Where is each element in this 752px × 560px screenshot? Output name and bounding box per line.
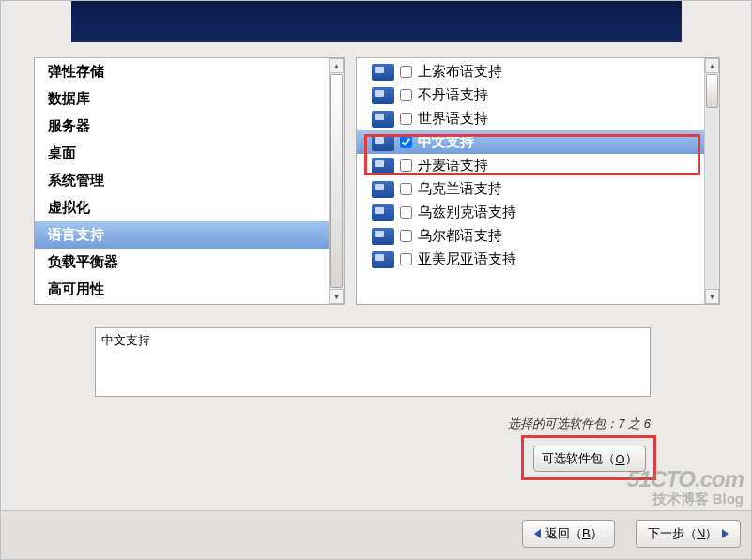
back-button[interactable]: 返回（B） bbox=[522, 520, 615, 548]
arrow-left-icon bbox=[534, 529, 541, 538]
language-label: 上索布语支持 bbox=[418, 63, 502, 81]
language-item[interactable]: 乌克兰语支持 bbox=[357, 177, 704, 201]
language-label: 乌兹别克语支持 bbox=[418, 204, 516, 221]
header-banner bbox=[71, 1, 682, 42]
flag-icon bbox=[372, 111, 394, 128]
package-count-label: 选择的可选软件包：7 之 6 bbox=[95, 416, 651, 432]
language-label: 乌克兰语支持 bbox=[418, 180, 502, 198]
flag-icon bbox=[372, 251, 394, 268]
category-item[interactable]: 系统管理 bbox=[35, 167, 329, 194]
arrow-right-icon bbox=[722, 529, 729, 538]
category-list-panel: 弹性存储数据库服务器桌面系统管理虚拟化语言支持负载平衡器高可用性 ▲ ▼ bbox=[34, 57, 345, 305]
optional-packages-button[interactable]: 可选软件包（O） bbox=[533, 446, 646, 472]
language-item[interactable]: 乌兹别克语支持 bbox=[357, 201, 704, 224]
scroll-down-icon[interactable]: ▼ bbox=[330, 289, 344, 304]
flag-icon bbox=[372, 134, 394, 151]
language-checkbox[interactable] bbox=[400, 159, 412, 172]
language-checkbox[interactable] bbox=[400, 230, 412, 242]
scroll-thumb[interactable] bbox=[706, 74, 718, 108]
flag-icon bbox=[372, 158, 394, 174]
language-checkbox[interactable] bbox=[400, 136, 412, 148]
category-item[interactable]: 弹性存储 bbox=[35, 58, 329, 85]
next-button[interactable]: 下一步（N） bbox=[636, 520, 741, 548]
scroll-up-icon[interactable]: ▲ bbox=[705, 58, 719, 73]
language-scrollbar[interactable]: ▲ ▼ bbox=[704, 58, 719, 304]
description-box: 中文支持 bbox=[95, 327, 651, 397]
bottom-bar: 返回（B） 下一步（N） bbox=[1, 510, 751, 559]
language-item[interactable]: 中文支持 bbox=[357, 130, 704, 154]
language-item[interactable]: 丹麦语支持 bbox=[357, 154, 704, 177]
language-item[interactable]: 乌尔都语支持 bbox=[357, 224, 704, 248]
language-label: 乌尔都语支持 bbox=[418, 227, 502, 245]
language-label: 世界语支持 bbox=[418, 110, 488, 128]
flag-icon bbox=[372, 181, 394, 198]
category-item[interactable]: 虚拟化 bbox=[35, 194, 329, 221]
scroll-down-icon[interactable]: ▼ bbox=[705, 289, 719, 304]
category-item[interactable]: 桌面 bbox=[35, 140, 329, 167]
category-scrollbar[interactable]: ▲ ▼ bbox=[329, 58, 344, 304]
language-label: 丹麦语支持 bbox=[418, 157, 488, 174]
category-item[interactable]: 数据库 bbox=[35, 85, 329, 113]
language-checkbox[interactable] bbox=[400, 183, 412, 195]
flag-icon bbox=[372, 204, 394, 221]
scroll-up-icon[interactable]: ▲ bbox=[330, 58, 344, 73]
watermark: 51CTO.com 技术博客 Blog bbox=[627, 466, 744, 508]
language-checkbox[interactable] bbox=[400, 253, 412, 265]
category-item[interactable]: 语言支持 bbox=[35, 221, 329, 249]
category-item[interactable]: 负载平衡器 bbox=[35, 249, 329, 276]
flag-icon bbox=[372, 64, 394, 81]
language-item[interactable]: 上索布语支持 bbox=[357, 60, 704, 83]
language-label: 不丹语支持 bbox=[418, 86, 488, 104]
language-list-panel: 上索布语支持不丹语支持世界语支持中文支持丹麦语支持乌克兰语支持乌兹别克语支持乌尔… bbox=[356, 57, 720, 305]
scroll-thumb[interactable] bbox=[330, 74, 343, 288]
language-item[interactable]: 世界语支持 bbox=[357, 107, 704, 130]
flag-icon bbox=[372, 87, 394, 104]
description-text: 中文支持 bbox=[101, 333, 150, 347]
language-checkbox[interactable] bbox=[400, 66, 412, 78]
category-item[interactable]: 高可用性 bbox=[35, 276, 329, 303]
language-checkbox[interactable] bbox=[400, 206, 412, 219]
language-checkbox[interactable] bbox=[400, 113, 412, 125]
language-item[interactable]: 不丹语支持 bbox=[357, 83, 704, 107]
flag-icon bbox=[372, 228, 394, 245]
language-checkbox[interactable] bbox=[400, 89, 412, 101]
language-label: 中文支持 bbox=[418, 133, 474, 151]
language-item[interactable]: 亚美尼亚语支持 bbox=[357, 248, 704, 271]
category-item[interactable]: 服务器 bbox=[35, 113, 329, 140]
language-label: 亚美尼亚语支持 bbox=[418, 250, 516, 268]
